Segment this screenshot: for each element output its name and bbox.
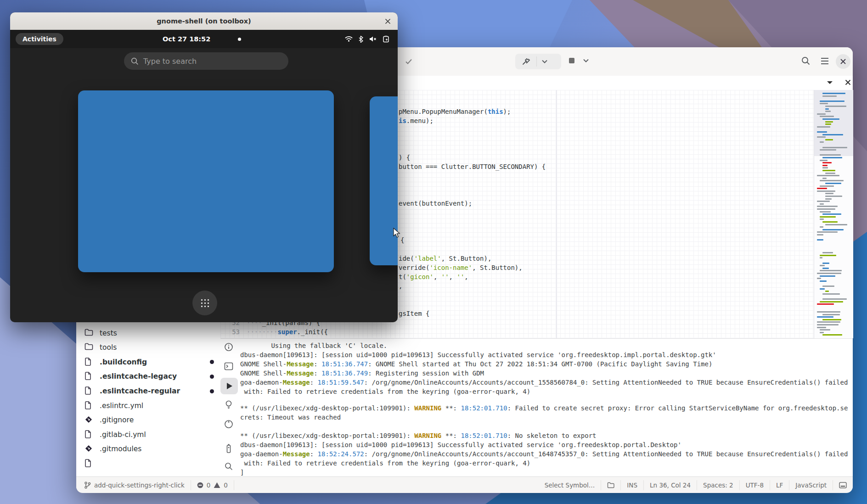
file-icon <box>84 372 94 381</box>
tree-item-.gitmodules[interactable]: .gitmodules <box>76 442 220 455</box>
code-line: verride('icon-name', St.Button), <box>399 263 523 272</box>
minimap-bar <box>822 95 837 97</box>
minimap-bar <box>817 303 834 305</box>
gnome-titlebar[interactable]: gnome-shell (on toolbox) <box>10 12 398 30</box>
run-button-selected[interactable] <box>220 378 238 394</box>
log-line: dbus-daemon[109613]: [session uid=1000 p… <box>240 440 681 449</box>
tree-item-.eslintcache-regular[interactable]: .eslintcache-regular <box>76 385 220 398</box>
toggle-panel-button[interactable] <box>833 480 853 490</box>
collapse-icon[interactable] <box>827 81 833 85</box>
minimap-viewport[interactable] <box>814 90 853 156</box>
tree-item-tests[interactable]: tests <box>76 327 220 340</box>
minimap-bar <box>817 234 823 235</box>
minimap-bar <box>817 321 840 323</box>
file-icon <box>84 401 94 410</box>
minimap-bar <box>820 270 842 271</box>
minimap-bar <box>817 136 826 138</box>
code-line: pMenu.PopupMenuManager(this); <box>399 107 511 116</box>
notification-dot <box>238 38 241 41</box>
lightbulb-icon[interactable] <box>224 400 234 410</box>
clock-button[interactable]: Oct 27 18:52 <box>163 30 210 48</box>
minimap-bar <box>822 178 827 179</box>
branch-name: add-quick-settings-right-click <box>94 482 185 489</box>
minimap-bar <box>822 268 829 269</box>
minimap-bar <box>822 162 832 163</box>
tree-item-.buildconfig[interactable]: .buildconfig <box>76 356 220 369</box>
minimap-bar <box>820 211 831 213</box>
tree-item-clipped[interactable] <box>76 457 220 470</box>
tree-item-.gitlab-ci.yml[interactable]: .gitlab-ci.yml <box>76 428 220 441</box>
minimap-bar <box>825 139 833 140</box>
minimap-bar <box>820 160 828 161</box>
minimap-bar <box>820 154 841 156</box>
minimap[interactable] <box>814 90 853 338</box>
folder-indicator[interactable] <box>601 480 621 490</box>
tree-item-tools[interactable]: tools <box>76 341 220 354</box>
diagnostics-indicator[interactable]: 0 0 <box>191 480 234 490</box>
minimap-bar <box>825 121 833 123</box>
minimap-bar <box>822 213 841 215</box>
git-branch-icon <box>84 482 91 489</box>
minimap-bar <box>817 131 827 133</box>
close-icon[interactable] <box>845 79 851 85</box>
encoding-indicator[interactable]: UTF-8 <box>740 480 770 490</box>
window-preview-1[interactable] <box>78 90 334 272</box>
minimap-bar <box>817 208 835 210</box>
build-dropdown-icon[interactable] <box>542 60 547 63</box>
mouse-cursor <box>393 228 403 239</box>
close-icon[interactable] <box>382 16 393 27</box>
search-icon[interactable] <box>224 462 234 472</box>
output-panel[interactable]: Using the fallback 'C' locale.dbus-daemo… <box>220 338 853 477</box>
search-icon[interactable] <box>801 56 811 66</box>
stop-dropdown-icon[interactable] <box>583 59 589 62</box>
tree-item-.gitignore[interactable]: .gitignore <box>76 414 220 426</box>
record-circle-icon[interactable] <box>224 420 234 430</box>
minimap-bar <box>825 106 846 107</box>
log-line: Using the fallback 'C' locale. <box>240 341 387 350</box>
minimap-bar <box>825 108 829 110</box>
indentation-indicator[interactable]: Spaces: 2 <box>697 480 740 490</box>
minimap-bar <box>820 280 827 282</box>
tree-item-.eslintcache-legacy[interactable]: .eslintcache-legacy <box>76 370 220 383</box>
insert-mode-indicator[interactable]: INS <box>621 480 644 490</box>
app-grid-button[interactable] <box>192 291 217 315</box>
tree-item-label: .gitmodules <box>100 445 141 453</box>
terminal-icon[interactable] <box>224 362 234 372</box>
select-symbol-button[interactable]: Select Symbol… <box>539 480 602 490</box>
search-placeholder: Type to search <box>143 57 197 66</box>
menu-icon[interactable] <box>820 57 829 65</box>
build-hammer-icon[interactable] <box>522 57 531 66</box>
stop-button[interactable] <box>568 57 575 64</box>
minimap-bar <box>820 180 844 181</box>
file-icon <box>84 358 94 367</box>
tree-item-label: .eslintrc.yml <box>100 402 143 410</box>
language-indicator[interactable]: JavaScript <box>789 480 833 490</box>
code-line: ide('label', St.Button), <box>399 254 491 263</box>
close-button[interactable] <box>836 54 850 69</box>
folder-icon <box>607 482 614 488</box>
info-icon[interactable] <box>224 342 234 353</box>
log-line: crets: Timeout was reached <box>240 413 341 422</box>
modified-dot <box>210 360 214 364</box>
window-preview-2[interactable] <box>370 96 398 265</box>
activities-button[interactable]: Activities <box>16 33 63 45</box>
minimap-bar <box>825 224 847 225</box>
cursor-position[interactable]: Ln 36, Col 24 <box>644 480 697 490</box>
line-ending-indicator[interactable]: LF <box>770 480 789 490</box>
minimap-bar <box>820 141 824 143</box>
git-branch-indicator[interactable]: add-quick-settings-right-click <box>78 480 191 490</box>
minimap-bar <box>822 334 842 336</box>
code-line: t('gicon', '', '', <box>399 272 468 281</box>
battery-vertical-icon[interactable] <box>224 443 234 454</box>
minimap-bar <box>817 278 821 279</box>
tree-item-label: .eslintcache-regular <box>100 387 180 395</box>
tree-item-.eslintrc.yml[interactable]: .eslintrc.yml <box>76 399 220 412</box>
build-button-group[interactable] <box>515 54 561 69</box>
minimap-bar <box>817 206 838 207</box>
search-input[interactable]: Type to search <box>124 52 288 70</box>
minimap-bar <box>817 311 840 313</box>
file-icon <box>84 459 94 468</box>
minimap-bar <box>817 190 835 192</box>
battery-charging-icon <box>383 36 390 43</box>
errors-icon <box>197 482 203 488</box>
